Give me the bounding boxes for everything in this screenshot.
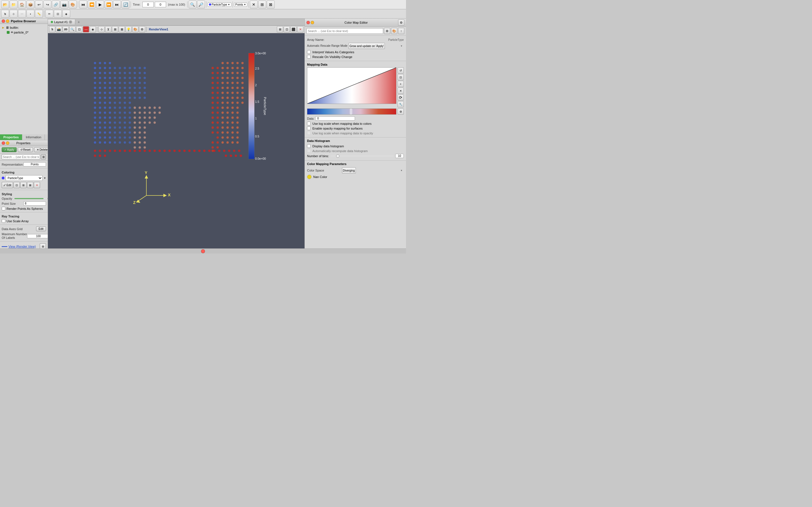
open-recent-btn[interactable]: 📁 xyxy=(10,1,17,8)
props-close-btn[interactable] xyxy=(2,142,5,145)
props-search-settings-btn[interactable]: ⚙ xyxy=(41,154,46,159)
save-data-btn[interactable]: 📦 xyxy=(27,1,35,8)
render-color2-btn[interactable]: 🎨 xyxy=(132,26,139,33)
next-frame-btn[interactable]: ⏩ xyxy=(105,1,112,8)
render-close-btn[interactable]: ✕ xyxy=(297,26,303,33)
coloring-delete-btn[interactable]: ✕ xyxy=(34,182,40,188)
view-settings-btn[interactable]: ⚙ xyxy=(40,243,46,248)
cme-minimize-btn[interactable] xyxy=(311,21,314,24)
render-light-btn[interactable]: 💡 xyxy=(125,26,132,33)
coloring-settings-btn[interactable]: ⊞ xyxy=(20,182,27,188)
interpret-checkbox[interactable] xyxy=(307,50,311,54)
point-size-input[interactable] xyxy=(23,202,46,206)
layout-tab-1[interactable]: Layout #1 ✕ xyxy=(48,19,75,24)
coloring-array-selector[interactable]: ParticleType ▼ xyxy=(207,3,232,7)
render-settings-btn[interactable]: ⚙ xyxy=(139,26,145,33)
render-maximize-btn[interactable]: ⬛ xyxy=(290,26,297,33)
render-clip-btn[interactable]: — xyxy=(83,26,89,33)
log-scale-checkbox[interactable] xyxy=(307,122,311,125)
play-btn[interactable]: ▶ xyxy=(96,1,104,8)
zoom-select-btn[interactable]: 🔎 xyxy=(197,1,205,8)
cme-settings-btn[interactable]: ⚙ xyxy=(398,19,404,25)
coloring-edit-btn[interactable]: 🖊 Edit xyxy=(2,182,13,188)
tree-item-particle[interactable]: 👁 particle_0* xyxy=(1,30,47,35)
filter-btn[interactable]: ◈ xyxy=(62,10,70,18)
cme-search-presets-btn[interactable]: 🎨 xyxy=(391,28,397,34)
interact-btn[interactable]: 🖱 xyxy=(1,10,9,18)
tree-item-builtin[interactable]: ▶ 🖥 builtin: xyxy=(1,25,47,30)
auto-recompute-checkbox[interactable] xyxy=(307,149,311,153)
save-btn[interactable]: 🏠 xyxy=(18,1,26,8)
tab-properties[interactable]: Properties xyxy=(0,134,22,140)
cme-close-btn[interactable] xyxy=(306,21,310,24)
view-label[interactable]: View (Render View) xyxy=(8,245,40,248)
representation-selector[interactable]: Points ▼ xyxy=(234,3,248,7)
annotate-select-btn[interactable]: ⊡ xyxy=(54,10,62,18)
redo-btn[interactable]: ↪ xyxy=(43,1,51,8)
display-histogram-checkbox[interactable] xyxy=(307,144,311,148)
mapping-graph[interactable] xyxy=(307,67,396,104)
time-input-1[interactable] xyxy=(142,2,154,7)
nan-color-swatch[interactable] xyxy=(307,175,312,179)
orientation-2-btn[interactable]: ⊞ xyxy=(258,1,266,8)
render-layout2-btn[interactable]: ⊡ xyxy=(284,26,290,33)
coloring-select[interactable]: ParticleType xyxy=(6,175,43,181)
render-box-btn[interactable]: ⊡ xyxy=(76,26,82,33)
render-layout-btn[interactable]: ⊞ xyxy=(277,26,283,33)
max-labels-input[interactable] xyxy=(27,234,48,238)
time-input-2[interactable] xyxy=(155,2,166,7)
orientation-3-btn[interactable]: ⊠ xyxy=(267,1,274,8)
props-minimize-btn[interactable] xyxy=(6,142,9,145)
open-file-btn[interactable]: 📂 xyxy=(1,1,9,8)
status-close-btn[interactable] xyxy=(201,249,205,253)
tab-information[interactable]: Information xyxy=(22,134,45,140)
select-points-btn[interactable]: ⋯ xyxy=(18,10,26,18)
annotation-btn[interactable]: ✏ xyxy=(45,10,53,18)
mapping-btn-3[interactable]: + xyxy=(398,81,404,87)
opacity-log-checkbox[interactable] xyxy=(307,131,311,135)
data-axes-edit-btn[interactable]: Edit xyxy=(36,226,46,231)
measure-btn[interactable]: 📏 xyxy=(35,10,43,18)
bins-slider[interactable] xyxy=(331,156,394,157)
coloring-expand-btn[interactable]: ⊡ xyxy=(13,182,20,188)
render-orient-btn[interactable]: ⊹ xyxy=(98,26,105,33)
connect-btn[interactable]: 🔗 xyxy=(52,1,60,8)
layout-close-btn[interactable]: ✕ xyxy=(69,20,72,24)
cme-search-settings-btn[interactable]: ⚙ xyxy=(384,28,390,34)
undo-btn[interactable]: ↩ xyxy=(35,1,43,8)
cme-search-input[interactable] xyxy=(306,28,383,34)
mapping-btn-2[interactable]: ⊡ xyxy=(398,74,404,80)
opacity-slider[interactable] xyxy=(14,198,48,199)
render-2d-btn[interactable]: 2D xyxy=(63,26,69,33)
layout-add-btn[interactable]: + xyxy=(75,18,82,25)
use-scale-checkbox[interactable] xyxy=(2,219,5,223)
apply-button[interactable]: ✓ Apply xyxy=(2,147,17,152)
coloring-cycle-btn[interactable]: ⊠ xyxy=(27,182,33,188)
render-grid-btn[interactable]: ⊞ xyxy=(112,26,118,33)
mapping-btn-5[interactable]: ⟳ xyxy=(398,94,404,101)
render-pick-btn[interactable]: 📸 xyxy=(56,26,62,33)
render-color-btn[interactable]: ◈ xyxy=(90,26,96,33)
screenshot-btn[interactable]: 📷 xyxy=(60,1,68,8)
zoom-btn[interactable]: 🔍 xyxy=(189,1,197,8)
render-zoom-btn[interactable]: 🔍 xyxy=(69,26,75,33)
render-axes-btn[interactable]: ⊻ xyxy=(105,26,111,33)
first-frame-btn[interactable]: ⏮ xyxy=(79,1,87,8)
loop-btn[interactable]: 🔄 xyxy=(121,1,130,8)
color-space-select[interactable]: Diverging xyxy=(342,167,356,173)
select-btn[interactable]: ⊹ xyxy=(10,10,17,18)
reset-button[interactable]: ↺ Reset xyxy=(18,147,33,152)
colorbar-strip-btn[interactable]: ⚙ xyxy=(398,108,404,115)
render-box2-btn[interactable]: ⊠ xyxy=(119,26,125,33)
mapping-btn-4[interactable]: ✕ xyxy=(398,88,404,94)
panel-close-btn[interactable] xyxy=(2,19,5,23)
delete-button[interactable]: ✕ Delete xyxy=(34,147,48,152)
render-interact-btn[interactable]: 🖱 xyxy=(49,26,55,33)
cme-search-import-btn[interactable]: ↑ xyxy=(398,28,404,34)
render-viewport[interactable]: X Y Z 3.0e+00 xyxy=(48,33,305,248)
color-btn[interactable]: 🎨 xyxy=(69,1,77,8)
colorbar-strip[interactable] xyxy=(307,108,396,115)
props-search-input[interactable] xyxy=(2,154,40,159)
select-cells-btn[interactable]: ▪ xyxy=(27,10,35,18)
panel-minimize-btn[interactable] xyxy=(6,19,9,23)
